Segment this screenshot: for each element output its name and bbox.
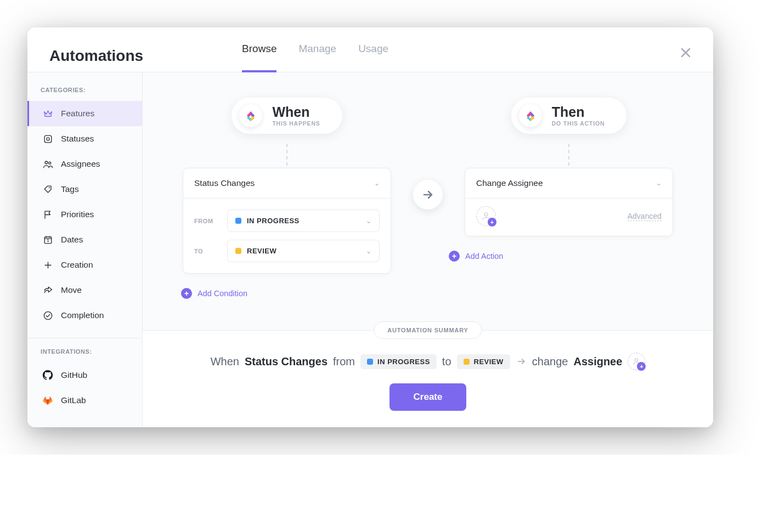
svg-point-7	[48, 187, 49, 188]
sidebar-item-gitlab[interactable]: GitLab	[27, 388, 142, 413]
close-icon	[680, 47, 691, 58]
summary-to-chip: REVIEW	[457, 354, 510, 369]
summary-change-word: change	[532, 355, 568, 368]
clickup-logo-icon	[239, 104, 262, 127]
arrow-divider	[411, 180, 444, 210]
automation-builder: When THIS HAPPENS Status Changes ⌄ FROM	[143, 72, 713, 330]
calendar-icon: 1	[42, 234, 53, 245]
action-body: + Advanced	[465, 199, 673, 236]
tab-usage[interactable]: Usage	[358, 43, 388, 72]
sidebar-item-label: Completion	[61, 310, 104, 320]
tab-manage[interactable]: Manage	[298, 43, 336, 72]
summary-when: When	[211, 355, 239, 368]
sidebar-item-github[interactable]: GitHub	[27, 363, 142, 388]
summary-trigger: Status Changes	[245, 355, 327, 368]
sidebar-item-label: Dates	[61, 235, 83, 245]
summary-from-chip: IN PROGRESS	[360, 354, 437, 369]
to-status-select[interactable]: REVIEW ⌄	[227, 240, 380, 262]
add-condition-button[interactable]: + Add Condition	[181, 288, 247, 299]
sidebar-item-dates[interactable]: 1 Dates	[27, 227, 142, 252]
main-content: When THIS HAPPENS Status Changes ⌄ FROM	[143, 72, 713, 427]
create-button[interactable]: Create	[389, 383, 467, 411]
sidebar-item-priorities[interactable]: Priorities	[27, 202, 142, 227]
add-action-label: Add Action	[465, 252, 503, 261]
status-dot	[367, 359, 373, 365]
sidebar-item-features[interactable]: Features	[27, 101, 142, 126]
svg-point-11	[484, 213, 488, 216]
github-icon	[42, 370, 53, 381]
share-icon	[42, 285, 53, 296]
then-subtitle: DO THIS ACTION	[552, 120, 605, 127]
arrow-right-icon	[413, 180, 443, 210]
action-value: Change Assignee	[476, 178, 543, 188]
sidebar-item-creation[interactable]: Creation	[27, 252, 142, 278]
when-card: Status Changes ⌄ FROM IN PROGRESS ⌄	[183, 168, 391, 274]
plus-circle-icon: +	[181, 288, 192, 299]
when-subtitle: THIS HAPPENS	[272, 120, 320, 127]
summary-assignee: Assignee	[573, 355, 622, 368]
categories-label: CATEGORIES:	[27, 87, 142, 101]
from-label: FROM	[194, 218, 219, 224]
crown-icon	[42, 108, 53, 119]
status-dot	[235, 248, 241, 254]
to-row: TO REVIEW ⌄	[183, 240, 391, 273]
close-button[interactable]	[680, 47, 691, 58]
integrations-label: INTEGRATIONS:	[27, 348, 142, 363]
to-value: REVIEW	[247, 247, 276, 255]
sidebar-item-move[interactable]: Move	[27, 278, 142, 303]
clickup-logo-icon	[519, 104, 542, 127]
sidebar-item-label: Creation	[61, 260, 93, 270]
add-assignee-button[interactable]: +	[476, 206, 496, 226]
sidebar-item-label: GitHub	[61, 370, 87, 380]
summary-to-word: to	[442, 355, 451, 368]
sidebar-divider	[27, 338, 142, 338]
people-icon	[42, 159, 53, 169]
sidebar-item-label: Priorities	[61, 210, 94, 219]
from-status-select[interactable]: IN PROGRESS ⌄	[227, 210, 380, 232]
status-dot	[464, 359, 470, 365]
flag-icon	[42, 209, 53, 220]
tag-icon	[42, 184, 53, 195]
svg-text:1: 1	[47, 239, 49, 242]
to-label: TO	[194, 248, 219, 254]
automations-modal: Automations Browse Manage Usage CATEGORI…	[27, 27, 713, 427]
svg-rect-4	[47, 138, 49, 140]
plus-badge-icon: +	[637, 362, 646, 371]
svg-point-6	[48, 162, 50, 164]
when-column: When THIS HAPPENS Status Changes ⌄ FROM	[162, 98, 411, 299]
plus-circle-icon: +	[449, 251, 460, 262]
action-select[interactable]: Change Assignee ⌄	[465, 168, 673, 198]
sidebar-item-assignees[interactable]: Assignees	[27, 151, 142, 177]
sidebar-item-label: Statuses	[61, 134, 94, 144]
check-circle-icon	[42, 310, 53, 321]
header-tabs: Browse Manage Usage	[242, 39, 388, 72]
sidebar-item-completion[interactable]: Completion	[27, 303, 142, 328]
summary-assignee-add[interactable]: +	[628, 353, 645, 370]
advanced-link[interactable]: Advanced	[628, 212, 662, 221]
from-row: FROM IN PROGRESS ⌄	[183, 202, 391, 240]
connector-line	[286, 144, 287, 166]
sidebar-item-label: Features	[61, 109, 94, 118]
tab-browse[interactable]: Browse	[242, 43, 276, 72]
summary-line: When Status Changes from IN PROGRESS to …	[159, 353, 697, 370]
svg-point-10	[44, 312, 52, 319]
sidebar-item-tags[interactable]: Tags	[27, 177, 142, 202]
sidebar-item-statuses[interactable]: Statuses	[27, 126, 142, 151]
then-header: Then DO THIS ACTION	[511, 98, 627, 134]
gitlab-icon	[42, 395, 53, 406]
trigger-select[interactable]: Status Changes ⌄	[183, 168, 391, 198]
add-action-button[interactable]: + Add Action	[449, 251, 503, 262]
svg-point-0	[43, 111, 44, 112]
summary-badge: AUTOMATION SUMMARY	[374, 321, 482, 339]
sidebar-item-label: Assignees	[61, 159, 100, 169]
connector-line	[568, 144, 569, 166]
from-value: IN PROGRESS	[247, 217, 300, 225]
svg-point-5	[44, 161, 47, 163]
plus-badge-icon: +	[488, 218, 496, 227]
arrow-right-icon	[516, 356, 527, 367]
sidebar-item-label: Tags	[61, 184, 79, 194]
when-title: When	[272, 105, 320, 119]
chevron-down-icon: ⌄	[366, 247, 372, 255]
plus-icon	[42, 259, 53, 270]
svg-point-12	[635, 359, 638, 361]
